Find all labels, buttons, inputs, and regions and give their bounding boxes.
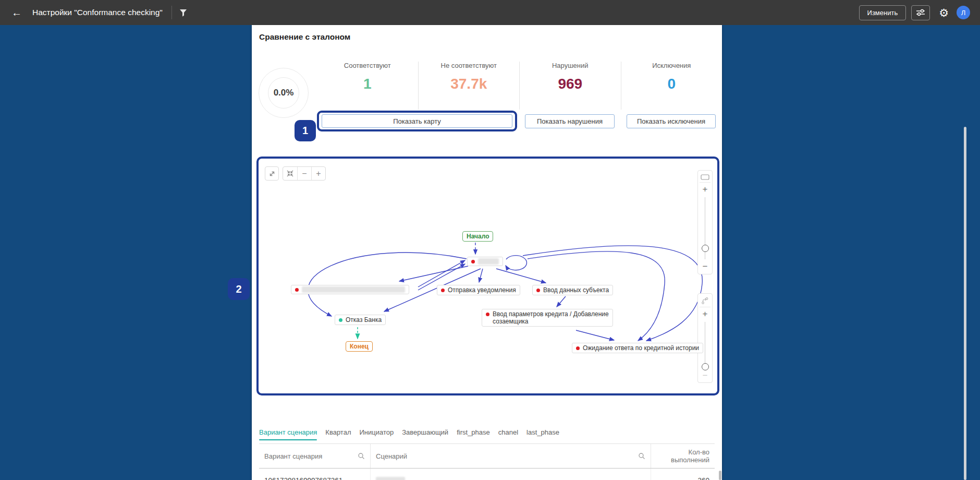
map-node-start[interactable]: Начало <box>462 231 493 242</box>
tab-last-phase[interactable]: last_phase <box>526 428 559 440</box>
stat-value: 37.7k <box>419 76 520 92</box>
divider <box>700 307 710 307</box>
table-scrollbar[interactable] <box>719 471 721 480</box>
user-avatar[interactable]: Л <box>957 6 970 19</box>
column-label: Кол-во выполнений <box>656 448 709 464</box>
map-node-redacted-center[interactable] <box>467 257 503 266</box>
stat-label: Не соответствуют <box>419 62 520 69</box>
edit-button[interactable]: Изменить <box>859 5 906 20</box>
dimension-tabs: Вариант сценария Квартал Инициатор Завер… <box>259 428 559 440</box>
search-icon[interactable] <box>358 452 365 460</box>
column-header-scenario[interactable]: Сценарий <box>370 444 651 468</box>
nonconforming-marker <box>295 288 299 292</box>
settings-gear-icon[interactable]: ⚙ <box>939 7 949 18</box>
tab-quarter[interactable]: Квартал <box>325 428 351 440</box>
connections-slider-handle[interactable] <box>702 363 709 370</box>
cell-scenario <box>370 469 651 480</box>
conformance-card: Сравнение с эталоном 0.0% Соответствуют … <box>252 25 722 480</box>
map-node-credit-params[interactable]: Ввод параметров кредита / Добавление соз… <box>482 309 613 327</box>
nonconforming-marker <box>536 289 540 292</box>
column-header-count[interactable]: Кол-во выполнений <box>651 444 715 468</box>
stat-violations: Нарушений 969 <box>519 62 621 110</box>
activities-slider-handle[interactable] <box>702 245 709 252</box>
connections-slider-panel: + − <box>697 293 713 383</box>
search-icon[interactable] <box>638 452 645 460</box>
annotation-badge-2: 2 <box>228 278 250 300</box>
tune-filters-button[interactable] <box>911 5 930 20</box>
stat-exclusions: Исключения 0 <box>621 62 722 110</box>
map-node-label: Отказ Банка <box>346 316 382 323</box>
page-scrollbar[interactable] <box>964 127 966 480</box>
activities-slider-panel: + − <box>697 170 713 274</box>
connections-less-button[interactable]: − <box>703 371 708 380</box>
stat-label: Соответствуют <box>317 62 418 69</box>
scenario-table: Вариант сценария Сценарий Кол-во выполне… <box>259 443 715 480</box>
collapse-icon <box>287 170 293 177</box>
redacted-cell <box>376 477 405 480</box>
column-header-variant[interactable]: Вариант сценария <box>259 444 370 468</box>
tab-chanel[interactable]: chanel <box>498 428 518 440</box>
table-row[interactable]: 10617298169997687361 360 <box>259 469 715 480</box>
expand-icon <box>268 170 276 177</box>
filter-icon[interactable] <box>179 8 188 17</box>
map-node-end[interactable]: Конец <box>346 341 373 352</box>
map-node-label: Отправка уведомления <box>448 286 516 294</box>
nonconforming-marker <box>576 346 580 350</box>
actions-row: Показать карту Показать нарушения Показа… <box>252 111 722 142</box>
stat-label: Исключения <box>621 62 722 69</box>
map-node-credit-history-wait[interactable]: Ожидание ответа по кредитной истории <box>572 343 703 353</box>
nonconforming-marker <box>486 313 489 316</box>
back-arrow-icon[interactable]: ← <box>11 7 22 18</box>
map-node-bank-refusal[interactable]: Отказ Банка <box>335 315 386 325</box>
map-zoom-controls: − + <box>283 166 326 181</box>
process-map: − + + − + <box>256 157 719 395</box>
tab-variant-scenario[interactable]: Вариант сценария <box>259 428 317 440</box>
donut-percent: 0.0% <box>268 77 299 109</box>
fit-screen-button[interactable] <box>283 167 297 180</box>
zoom-out-button[interactable]: − <box>297 167 311 180</box>
map-node-send-notification[interactable]: Отправка уведомления <box>437 285 520 295</box>
map-node-redacted-wide[interactable] <box>291 285 409 294</box>
activities-slider-track[interactable] <box>704 197 706 259</box>
connections-slider-track[interactable] <box>704 322 706 368</box>
annotation-badge-1: 1 <box>295 120 316 141</box>
stat-label: Нарушений <box>520 62 621 69</box>
cell-variant: 10617298169997687361 <box>259 469 370 480</box>
stats-row: Соответствуют 1 Не соответствуют 37.7k Н… <box>317 62 722 110</box>
section-title: Сравнение с эталоном <box>259 32 350 42</box>
show-exclusions-button[interactable]: Показать исключения <box>627 114 716 128</box>
expand-map-button[interactable] <box>265 166 279 181</box>
column-label: Вариант сценария <box>264 452 358 460</box>
activities-more-button[interactable]: + <box>703 185 708 194</box>
tab-first-phase[interactable]: first_phase <box>457 428 490 440</box>
stat-conforming: Соответствуют 1 <box>317 62 418 110</box>
show-violations-button[interactable]: Показать нарушения <box>525 114 615 128</box>
stat-value: 969 <box>520 76 621 92</box>
map-node-label: Начало <box>467 233 489 240</box>
annotation-box-1: Показать карту <box>317 111 517 131</box>
zoom-in-button[interactable]: + <box>311 167 325 180</box>
column-label: Сценарий <box>376 452 638 460</box>
conforming-marker <box>339 318 342 322</box>
stat-nonconforming: Не соответствуют 37.7k <box>418 62 520 110</box>
stat-value: 1 <box>317 76 418 92</box>
tab-finisher[interactable]: Завершающий <box>402 428 448 440</box>
map-node-label: Ввод параметров кредита / Добавление соз… <box>493 310 609 325</box>
map-node-subject-data[interactable]: Ввод данных субъекта <box>532 285 613 295</box>
stat-value: 0 <box>621 76 722 92</box>
appbar-divider <box>172 6 172 19</box>
cell-count: 360 <box>651 469 715 480</box>
sliders-icon <box>916 9 925 16</box>
connections-more-button[interactable]: + <box>703 309 708 318</box>
nonconforming-marker <box>441 289 445 292</box>
page-title: Настройки "Conformance checking" <box>32 8 163 17</box>
show-map-button[interactable]: Показать карту <box>322 114 512 128</box>
redacted-label <box>302 286 405 293</box>
process-edges <box>259 159 717 393</box>
nonconforming-marker <box>471 260 475 263</box>
table-header: Вариант сценария Сценарий Кол-во выполне… <box>259 443 715 469</box>
activities-less-button[interactable]: − <box>703 262 708 271</box>
branch-icon <box>701 297 709 305</box>
tab-initiator[interactable]: Инициатор <box>359 428 394 440</box>
map-node-label: Конец <box>350 343 369 350</box>
